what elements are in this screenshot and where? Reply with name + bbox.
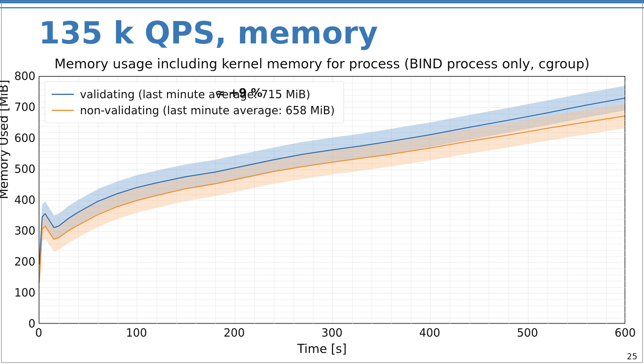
legend-swatch-validating [52, 94, 74, 95]
legend-label-nonvalidating: non-validating (last minute average: 658… [80, 104, 335, 117]
x-tick-label: 500 [517, 326, 538, 339]
x-tick-label: 300 [321, 326, 342, 339]
y-tick-label: 800 [13, 70, 35, 82]
y-tick-label: 600 [13, 132, 35, 144]
y-axis-label: Memory Used [MiB] [0, 80, 11, 199]
y-tick-label: 300 [13, 224, 35, 237]
y-tick-label: 500 [13, 163, 35, 175]
legend-entry-validating: validating (last minute average: 715 MiB… [51, 86, 336, 102]
plot-area: validating (last minute average: 715 MiB… [39, 76, 625, 324]
x-tick-label: 400 [419, 326, 440, 339]
x-axis-label: Time [s] [0, 342, 644, 356]
legend: validating (last minute average: 715 MiB… [45, 82, 344, 123]
x-tick-label: 200 [224, 326, 245, 339]
gridline-h [39, 324, 625, 324]
legend-label-validating: validating (last minute average: 715 MiB… [80, 88, 310, 101]
y-tick-label: 0 [13, 317, 35, 330]
y-tick-label: 100 [13, 286, 35, 299]
x-tick-label: 600 [615, 326, 636, 339]
page-number: 25 [627, 352, 637, 361]
gridline-v [626, 77, 626, 323]
x-tick-label: 0 [35, 326, 42, 339]
y-tick-label: 400 [13, 194, 35, 206]
x-tick-label: 100 [126, 326, 147, 339]
y-tick-label: 700 [13, 101, 35, 113]
series-band-non-validating [39, 104, 625, 295]
chart-annotation: ≈ +9 % [215, 86, 263, 100]
legend-entry-nonvalidating: non-validating (last minute average: 658… [51, 102, 336, 118]
slide-title: 135 k QPS, memory [39, 15, 378, 51]
y-tick-label: 200 [13, 255, 35, 268]
chart-title: Memory usage including kernel memory for… [0, 56, 644, 71]
legend-swatch-nonvalidating [52, 110, 74, 111]
